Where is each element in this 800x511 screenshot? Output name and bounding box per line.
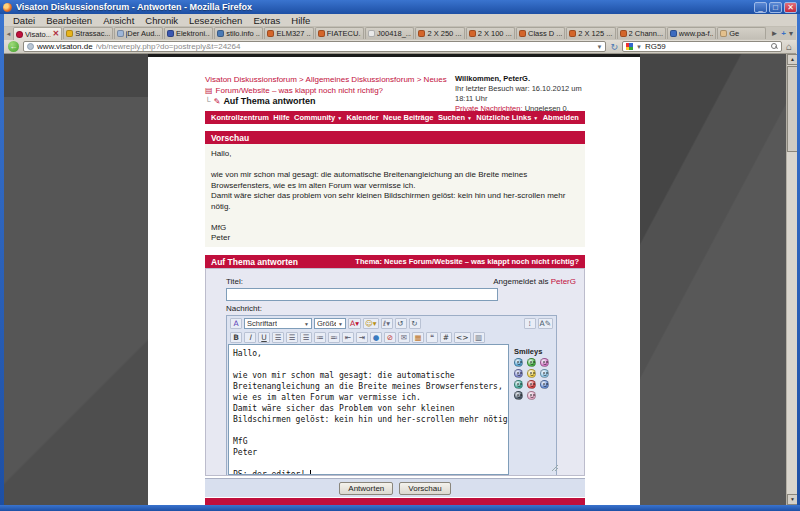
smiley-mad-red[interactable] (527, 380, 536, 389)
smiley-smile-yellow[interactable] (527, 369, 536, 378)
nav-item-community[interactable]: Community▼ (294, 113, 342, 122)
insert-email-button[interactable]: ✉ (398, 332, 410, 343)
browser-tab[interactable]: Class D ... (516, 27, 565, 39)
editor-mode-button[interactable]: A (230, 318, 242, 329)
smiley-cool-dark[interactable] (514, 391, 523, 400)
undo-button[interactable]: ↺ (395, 318, 407, 329)
attachments-menu-button[interactable]: ℓ▾ (381, 318, 393, 329)
smiley-grin-green[interactable] (527, 358, 536, 367)
toolbar-detach-button[interactable]: ⁞ (524, 318, 536, 329)
nav-item-neue-beitr-ge[interactable]: Neue Beiträge (383, 113, 433, 122)
browser-tab[interactable]: Visato...✕ (13, 27, 62, 40)
message-textarea[interactable]: Hallo, wie von mir schon mal gesagt: die… (228, 344, 509, 475)
outdent-button[interactable]: ⇤ (342, 332, 354, 343)
browser-tab[interactable]: J00418_... (365, 27, 414, 39)
close-button[interactable]: ✕ (784, 2, 797, 13)
smiley-happy-pink[interactable] (540, 358, 549, 367)
ordered-list-button[interactable]: ≔ (314, 332, 326, 343)
title-input[interactable] (226, 288, 498, 301)
indent-button[interactable]: ⇥ (356, 332, 368, 343)
nav-item-suchen[interactable]: Suchen▼ (438, 113, 472, 122)
redo-button[interactable]: ↻ (409, 318, 421, 329)
wrap-html-button[interactable]: <> (454, 332, 471, 343)
browser-tab[interactable]: jDer Aud... (114, 27, 163, 39)
nav-item-hilfe[interactable]: Hilfe (273, 113, 289, 122)
reload-icon[interactable]: ↻ (610, 42, 618, 52)
switch-editor-button[interactable]: A✎ (538, 318, 553, 329)
insert-image-button[interactable]: ▦ (412, 332, 424, 343)
user-favicon (720, 30, 727, 37)
wrap-php-button[interactable]: ▥ (473, 332, 485, 343)
browser-tab[interactable]: 2 Chann... (617, 27, 666, 39)
smiley-frown-blue[interactable] (540, 380, 549, 389)
browser-tab[interactable]: FIATECU... (315, 27, 364, 39)
align-right-button[interactable]: ☰ (300, 332, 312, 343)
breadcrumb-line2[interactable]: Forum/Website – was klappt noch nicht ri… (216, 85, 383, 96)
window-border (0, 14, 4, 505)
wrap-code-button[interactable]: # (440, 332, 452, 343)
menu-item-hilfe[interactable]: Hilfe (286, 15, 315, 26)
browser-tab[interactable]: Ge (717, 27, 766, 39)
nav-item-n-tzliche-links[interactable]: Nützliche Links▼ (476, 113, 538, 122)
new-tab-icon[interactable]: + (781, 29, 786, 38)
welcome-username-link[interactable]: PeterG. (503, 74, 530, 83)
back-icon[interactable]: ← (8, 41, 19, 52)
browser-tab[interactable]: Strassac... (63, 27, 112, 39)
insert-link-button[interactable]: ● (370, 332, 382, 343)
search-engine-icon[interactable] (626, 43, 633, 50)
browser-tab[interactable]: ELM327 ... (264, 27, 313, 39)
home-icon[interactable]: ⌂ (786, 41, 792, 52)
font-color-button[interactable]: A▾ (348, 318, 361, 329)
browser-tab[interactable]: Elektroni... (164, 27, 213, 39)
tab-list-icon[interactable]: ▾ (789, 29, 793, 38)
nav-item-label: Nützliche Links (476, 113, 531, 122)
align-center-button[interactable]: ☰ (286, 332, 298, 343)
browser-tab[interactable]: 2 X 125 ... (566, 27, 615, 39)
vorschau-button[interactable]: Vorschau (399, 482, 450, 495)
antworten-button[interactable]: Antworten (339, 482, 393, 495)
menu-item-chronik[interactable]: Chronik (140, 15, 183, 26)
nav-item-abmelden[interactable]: Abmelden (543, 113, 579, 122)
menu-item-datei[interactable]: Datei (8, 15, 40, 26)
underline-button[interactable]: U (258, 332, 270, 343)
tab-scroll-right-icon[interactable]: ► (770, 29, 778, 38)
smiley-confused-purple[interactable] (514, 369, 523, 378)
browser-tab[interactable]: 2 X 100 ... (466, 27, 515, 39)
url-dropdown-icon[interactable]: ▼ (596, 44, 602, 50)
smilies-menu-button[interactable]: ☺▾ (363, 318, 379, 329)
search-icon[interactable] (771, 43, 778, 50)
smiley-sweat-lightblue[interactable] (540, 369, 549, 378)
unlink-button[interactable]: ⊘ (384, 332, 396, 343)
search-engine-dropdown-icon[interactable]: ▼ (636, 44, 642, 50)
browser-tab[interactable]: www.pa-f... (667, 27, 716, 39)
align-left-button[interactable]: ☰ (272, 332, 284, 343)
insert-quote-button[interactable]: ❝ (426, 332, 438, 343)
menu-item-ansicht[interactable]: Ansicht (98, 15, 139, 26)
browser-tab[interactable]: 2 X 250 ... (415, 27, 464, 39)
nav-item-kontrollzentrum[interactable]: Kontrollzentrum (211, 113, 269, 122)
smiley-wink-blue[interactable] (514, 358, 523, 367)
maximize-button[interactable]: □ (769, 2, 782, 13)
font-select[interactable]: Schriftart▼ (244, 318, 312, 329)
italic-button[interactable]: I (244, 332, 256, 343)
tab-close-icon[interactable]: ✕ (53, 30, 60, 38)
smiley-glasses-teal[interactable] (514, 380, 523, 389)
vertical-scrollbar[interactable]: ▲ ▼ (786, 54, 797, 505)
smiley-tongue-pink[interactable] (527, 391, 536, 400)
url-bar[interactable]: www.visaton.de /vb/newreply.php?do=postr… (23, 41, 606, 52)
menu-item-bearbeiten[interactable]: Bearbeiten (41, 15, 97, 26)
minimize-button[interactable]: _ (754, 2, 767, 13)
tab-scroll-left-icon[interactable]: ◄ (4, 28, 13, 40)
size-select[interactable]: Größe▼ (314, 318, 346, 329)
nav-item-kalender[interactable]: Kalender (347, 113, 379, 122)
browser-tab[interactable]: stilo.info ... (214, 27, 263, 39)
breadcrumb-line1[interactable]: Visaton Diskussionsforum > Allgemeines D… (205, 74, 447, 85)
editor-resize-handle[interactable] (551, 464, 558, 471)
site-favicon (469, 30, 476, 37)
unordered-list-button[interactable]: ≕ (328, 332, 340, 343)
menu-item-lesezeichen[interactable]: Lesezeichen (184, 15, 247, 26)
menu-item-extras[interactable]: Extras (248, 15, 285, 26)
search-input[interactable]: ▼ RG59 (622, 41, 782, 52)
logged-in-user-link[interactable]: PeterG (551, 277, 576, 286)
bold-button[interactable]: B (230, 332, 242, 343)
